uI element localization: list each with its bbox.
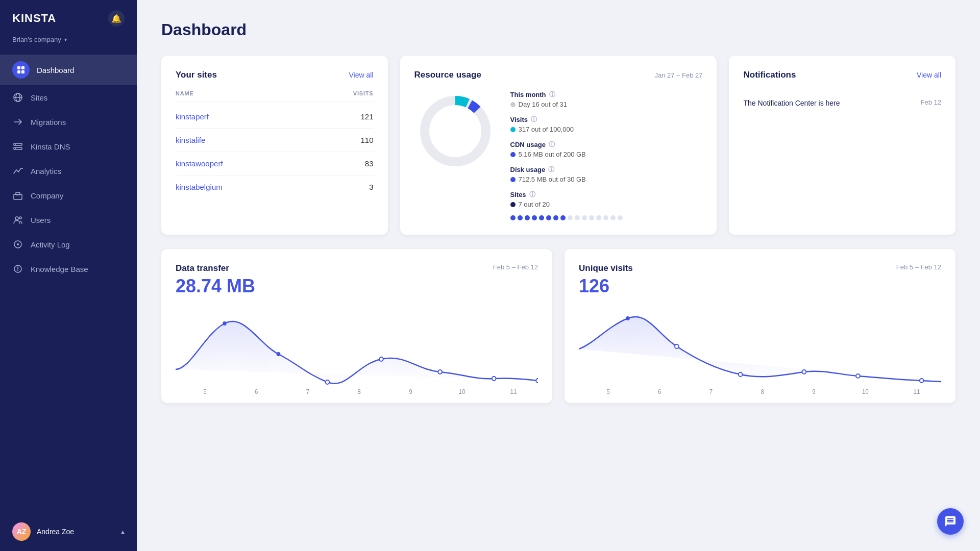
svg-text:11: 11 — [510, 388, 517, 395]
notifications-title: Notifications — [743, 70, 796, 80]
visits-value: 317 out of 100,000 — [519, 126, 574, 133]
cdn-stat: CDN usage ⓘ 5.16 MB out of 200 GB — [510, 140, 703, 158]
progress-dot — [532, 215, 537, 220]
notifications-card: Notifications View all The Notification … — [729, 56, 955, 235]
progress-dots — [510, 215, 703, 220]
svg-text:9: 9 — [812, 388, 815, 395]
unique-visits-value: 126 — [579, 276, 941, 297]
user-info[interactable]: AZ Andrea Zoe — [12, 522, 74, 541]
svg-point-40 — [856, 374, 860, 378]
svg-rect-2 — [17, 70, 20, 73]
svg-text:10: 10 — [862, 388, 869, 395]
progress-dot — [510, 215, 516, 220]
sidebar-item-knowledge-base[interactable]: Knowledge Base — [0, 257, 137, 281]
sites-value: 7 out of 20 — [519, 201, 550, 208]
resource-stats: This month ⓘ Day 16 out of 31 Visits ⓘ — [510, 90, 703, 220]
dot-blue-disk — [510, 177, 516, 182]
progress-dot — [553, 215, 558, 220]
progress-dot — [525, 215, 530, 220]
site-name[interactable]: kinstawooperf — [176, 159, 223, 168]
unique-visits-header: Unique visits Feb 5 – Feb 12 — [579, 263, 941, 273]
donut-chart — [414, 90, 496, 172]
sidebar-item-dashboard[interactable]: Dashboard — [0, 55, 137, 85]
sidebar-item-kinsta-dns[interactable]: Kinsta DNS — [0, 134, 137, 159]
site-name[interactable]: kinstabelgium — [176, 183, 223, 191]
table-row: kinstalife 110 — [176, 129, 374, 152]
info-icon[interactable]: ⓘ — [529, 190, 535, 199]
main-content: Dashboard Your sites View all NAME VISIT… — [137, 0, 980, 551]
dashboard-icon — [12, 61, 30, 79]
visits-stat: Visits ⓘ 317 out of 100,000 — [510, 115, 703, 133]
your-sites-title: Your sites — [176, 70, 217, 80]
progress-dot — [568, 215, 573, 220]
progress-dot — [589, 215, 594, 220]
page-title: Dashboard — [161, 20, 955, 39]
sidebar-item-label: Activity Log — [31, 240, 70, 249]
svg-point-41 — [920, 379, 924, 383]
sidebar-footer: AZ Andrea Zoe ▴ — [0, 512, 137, 551]
notifications-view-all[interactable]: View all — [917, 71, 941, 79]
table-row: kinstabelgium 3 — [176, 176, 374, 198]
kinsta-logo: KINSTA — [12, 12, 56, 25]
svg-text:8: 8 — [761, 388, 765, 395]
data-transfer-title: Data transfer — [176, 263, 229, 273]
activity-log-icon — [12, 239, 23, 250]
sidebar: KINSTA 🔔 Brian's company ▾ Dashboard Sit… — [0, 0, 137, 551]
sidebar-nav: Dashboard Sites Migrations Kinsta DNS — [0, 49, 137, 512]
table-row: kinstaperf 121 — [176, 105, 374, 129]
your-sites-card-header: Your sites View all — [176, 70, 374, 80]
svg-text:11: 11 — [914, 388, 920, 395]
info-icon[interactable]: ⓘ — [549, 90, 555, 99]
svg-text:6: 6 — [255, 388, 258, 395]
migrations-icon — [12, 116, 23, 128]
data-transfer-date: Feb 5 – Feb 12 — [493, 263, 538, 271]
info-icon[interactable]: ⓘ — [549, 140, 555, 149]
unique-visits-chart: 5 6 7 8 9 10 11 — [579, 303, 941, 395]
company-selector[interactable]: Brian's company ▾ — [0, 32, 137, 49]
sidebar-item-migrations[interactable]: Migrations — [0, 110, 137, 134]
sidebar-header: KINSTA 🔔 — [0, 0, 137, 32]
site-visits: 83 — [365, 159, 374, 168]
sidebar-item-label: Kinsta DNS — [31, 142, 70, 151]
chat-bubble-button[interactable] — [937, 508, 964, 535]
table-row: kinstawooperf 83 — [176, 152, 374, 176]
data-transfer-chart: 5 6 7 8 9 10 11 — [176, 303, 538, 395]
progress-dot — [575, 215, 580, 220]
progress-dot — [618, 215, 623, 220]
col-visits: VISITS — [353, 90, 374, 96]
svg-point-16 — [17, 243, 19, 245]
progress-dot — [603, 215, 608, 220]
disk-value: 712.5 MB out of 30 GB — [519, 176, 586, 183]
progress-dot — [546, 215, 551, 220]
info-icon[interactable]: ⓘ — [531, 115, 537, 124]
your-sites-view-all[interactable]: View all — [349, 71, 374, 79]
col-name: NAME — [176, 90, 194, 96]
site-name[interactable]: kinstaperf — [176, 112, 209, 121]
sidebar-item-activity-log[interactable]: Activity Log — [0, 232, 137, 257]
info-icon[interactable]: ⓘ — [548, 165, 554, 174]
resource-usage-header: Resource usage Jan 27 – Feb 27 — [414, 70, 703, 80]
sidebar-item-sites[interactable]: Sites — [0, 85, 137, 110]
company-name: Brian's company — [12, 36, 61, 43]
svg-point-24 — [326, 380, 330, 384]
svg-rect-1 — [21, 66, 24, 69]
chat-icon — [944, 515, 957, 528]
sidebar-item-users[interactable]: Users — [0, 208, 137, 232]
sidebar-item-label: Analytics — [31, 167, 61, 176]
svg-point-28 — [536, 379, 538, 383]
site-name[interactable]: kinstalife — [176, 136, 205, 144]
notification-bell[interactable]: 🔔 — [108, 10, 125, 27]
avatar: AZ — [12, 522, 31, 541]
notification-item: The Notification Center is here Feb 12 — [743, 90, 941, 117]
svg-point-38 — [739, 372, 743, 377]
svg-text:9: 9 — [409, 388, 412, 395]
svg-point-25 — [379, 357, 383, 361]
sidebar-item-analytics[interactable]: Analytics — [0, 159, 137, 183]
site-visits: 110 — [360, 136, 373, 144]
svg-text:5: 5 — [203, 388, 207, 395]
user-name: Andrea Zoe — [37, 528, 74, 536]
notification-date: Feb 12 — [921, 98, 941, 106]
data-transfer-card: Data transfer Feb 5 – Feb 12 28.74 MB — [161, 249, 552, 403]
progress-dot — [596, 215, 601, 220]
sidebar-item-company[interactable]: Company — [0, 183, 137, 208]
